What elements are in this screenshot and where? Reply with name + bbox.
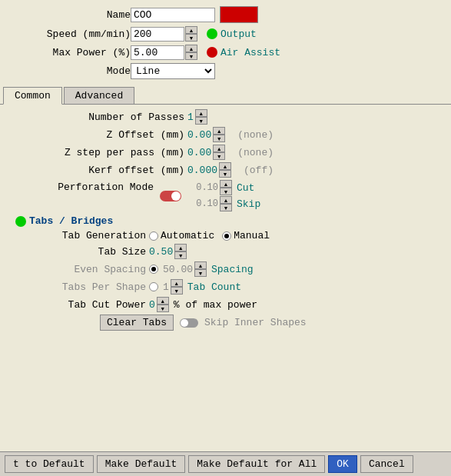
max-power-label: Max Power (%) xyxy=(8,47,131,58)
max-power-spin-group: ▲ ▼ xyxy=(131,45,197,60)
z-step-value: 0.00 xyxy=(187,147,211,158)
max-power-row: Max Power (%) ▲ ▼ Air Assist xyxy=(8,45,443,60)
tab-size-spin: ▲ ▼ xyxy=(174,244,187,259)
mode-select[interactable]: Line Fill Offset Fill xyxy=(131,63,215,79)
output-row: Output xyxy=(207,28,257,40)
tab-generation-row: Tab Generation Automatic Manual xyxy=(8,230,443,241)
tab-cut-power-row: Tab Cut Power 0 ▲ ▼ % of max power xyxy=(8,297,443,312)
z-offset-label: Z Offset (mm) xyxy=(8,129,184,141)
kerf-up-btn[interactable]: ▲ xyxy=(219,162,231,170)
perf-val2-spin: ▲ ▼ xyxy=(220,196,232,211)
z-offset-down-btn[interactable]: ▼ xyxy=(213,135,225,142)
z-offset-row: Z Offset (mm) 0.00 ▲ ▼ (none) xyxy=(8,127,443,142)
perf-val2-down[interactable]: ▼ xyxy=(220,204,232,211)
z-step-spin: ▲ ▼ xyxy=(213,145,225,160)
max-power-up-btn[interactable]: ▲ xyxy=(185,45,197,52)
air-assist-label: Air Assist xyxy=(221,47,280,58)
make-default-btn[interactable]: Make Default xyxy=(97,455,186,473)
cancel-btn[interactable]: Cancel xyxy=(360,455,413,473)
mode-label: Mode xyxy=(8,65,131,77)
main-window: Name Speed (mm/min) ▲ ▼ Output M xyxy=(0,0,451,476)
output-indicator[interactable] xyxy=(207,28,217,39)
speed-down-btn[interactable]: ▼ xyxy=(185,34,197,42)
ok-btn[interactable]: OK xyxy=(328,455,357,473)
speed-label: Speed (mm/min) xyxy=(8,28,131,40)
name-input[interactable] xyxy=(131,8,215,22)
even-spacing-up[interactable]: ▲ xyxy=(194,261,207,269)
air-assist-indicator[interactable] xyxy=(207,47,217,58)
tab-common[interactable]: Common xyxy=(3,87,62,105)
max-power-spin-buttons: ▲ ▼ xyxy=(185,45,197,60)
tabs-per-shape-radio[interactable] xyxy=(149,282,158,291)
tab-cut-power-label: Tab Cut Power xyxy=(8,299,146,311)
tabs-per-shape-up[interactable]: ▲ xyxy=(171,279,183,287)
num-passes-value: 1 xyxy=(187,112,194,123)
reset-to-default-btn[interactable]: t to Default xyxy=(5,455,94,473)
skip-label: Skip xyxy=(237,198,260,210)
tab-size-value: 0.50 xyxy=(149,246,173,258)
cut-label: Cut xyxy=(237,182,254,194)
tabs-bridges-indicator[interactable] xyxy=(15,216,26,227)
skip-inner-label: Skip Inner Shapes xyxy=(204,317,307,328)
automatic-label: Automatic xyxy=(161,230,214,241)
num-passes-down-btn[interactable]: ▼ xyxy=(195,117,207,125)
tab-bar: Common Advanced xyxy=(0,87,451,105)
tab-cut-power-down[interactable]: ▼ xyxy=(157,305,169,312)
tabs-per-shape-spin: ▲ ▼ xyxy=(171,279,183,295)
tabs-per-shape-row: Tabs Per Shape 1 ▲ ▼ Tab Count xyxy=(8,279,443,295)
perf-skip-row: 0.10 ▲ ▼ Skip xyxy=(187,196,260,211)
make-default-all-btn[interactable]: Make Default for All xyxy=(188,455,325,473)
speed-spin-group: ▲ ▼ xyxy=(131,26,197,42)
z-step-label: Z step per pass (mm) xyxy=(8,147,184,158)
tab-size-down-btn[interactable]: ▼ xyxy=(174,251,187,259)
max-power-input[interactable] xyxy=(131,45,184,60)
perf-val1-up[interactable]: ▲ xyxy=(220,180,232,188)
tab-size-up-btn[interactable]: ▲ xyxy=(174,244,187,251)
perf-cut-row: 0.10 ▲ ▼ Cut xyxy=(187,180,260,195)
tabs-per-shape-down[interactable]: ▼ xyxy=(171,287,183,295)
z-step-up-btn[interactable]: ▲ xyxy=(213,145,225,152)
radio-manual-circle xyxy=(222,231,231,241)
perf-val1-down[interactable]: ▼ xyxy=(220,188,232,195)
num-passes-up-btn[interactable]: ▲ xyxy=(195,109,207,117)
even-spacing-row: Even Spacing 50.00 ▲ ▼ Spacing xyxy=(8,261,443,277)
speed-row: Speed (mm/min) ▲ ▼ Output xyxy=(8,26,443,42)
clear-tabs-btn[interactable]: Clear Tabs xyxy=(100,315,174,331)
output-label: Output xyxy=(221,28,257,40)
tab-cut-power-up[interactable]: ▲ xyxy=(157,297,169,305)
z-step-down-btn[interactable]: ▼ xyxy=(213,152,225,160)
name-color-row xyxy=(131,6,258,23)
radio-manual[interactable]: Manual xyxy=(222,230,270,241)
radio-automatic[interactable]: Automatic xyxy=(149,230,214,241)
tabs-per-shape-value: 1 xyxy=(163,281,169,293)
even-spacing-down[interactable]: ▼ xyxy=(194,269,207,277)
kerf-row: Kerf offset (mm) 0.000 ▲ ▼ (off) xyxy=(8,162,443,178)
perf-val2-up[interactable]: ▲ xyxy=(220,196,232,204)
tabs-per-shape-label: Tabs Per Shape xyxy=(8,281,146,293)
z-offset-up-btn[interactable]: ▲ xyxy=(213,127,225,135)
perf-val1-spin: ▲ ▼ xyxy=(220,180,232,195)
speed-input[interactable] xyxy=(131,27,184,42)
air-assist-row: Air Assist xyxy=(207,47,280,58)
z-step-row: Z step per pass (mm) 0.00 ▲ ▼ (none) xyxy=(8,145,443,160)
even-spacing-radio[interactable] xyxy=(149,265,158,274)
content-spacer xyxy=(0,338,451,451)
speed-up-btn[interactable]: ▲ xyxy=(185,26,197,34)
max-power-down-btn[interactable]: ▼ xyxy=(185,52,197,60)
num-passes-label: Number of Passes xyxy=(8,112,184,123)
even-spacing-spin: ▲ ▼ xyxy=(194,261,207,277)
perf-values: 0.10 ▲ ▼ Cut 0.10 ▲ ▼ Skip xyxy=(187,180,260,212)
color-swatch[interactable] xyxy=(220,6,258,23)
z-step-extra: (none) xyxy=(237,147,274,158)
skip-inner-toggle[interactable] xyxy=(180,318,198,328)
perforation-toggle-area: 0.10 ▲ ▼ Cut 0.10 ▲ ▼ Skip xyxy=(157,180,260,212)
num-passes-row: Number of Passes 1 ▲ ▼ xyxy=(8,109,443,125)
kerf-label: Kerf offset (mm) xyxy=(8,165,184,176)
kerf-down-btn[interactable]: ▼ xyxy=(219,170,231,178)
tab-advanced[interactable]: Advanced xyxy=(64,87,134,104)
tabs-bridges-title: Tabs / Bridges xyxy=(29,215,113,227)
speed-spin-buttons: ▲ ▼ xyxy=(185,26,197,42)
perforation-toggle[interactable] xyxy=(160,191,181,201)
tab-size-label: Tab Size xyxy=(8,246,146,258)
tab-cut-power-value: 0 xyxy=(149,299,155,311)
